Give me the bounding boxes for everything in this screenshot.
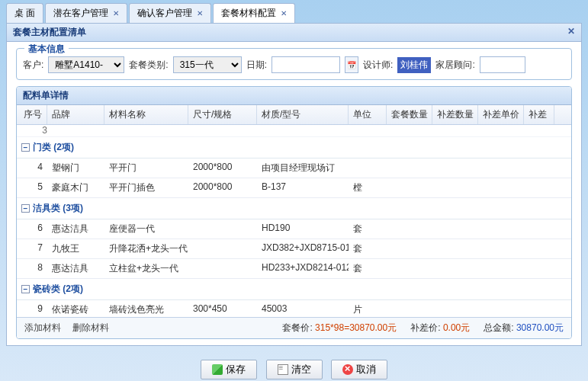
pkg-price: 套餐价: 315*98=30870.00元 <box>282 322 397 335</box>
col-pkg-qty: 套餐数量 <box>387 105 432 124</box>
diff-price: 补差价: 0.00元 <box>410 322 470 335</box>
designer-value: 刘桂伟 <box>397 57 431 73</box>
date-label: 日期: <box>246 59 267 72</box>
panel-title: 套餐主材配置清单 <box>13 26 86 39</box>
table-row[interactable]: 7九牧王升降花洒+龙头一代JXD382+JXD8715-011套 <box>17 239 571 259</box>
add-material-link[interactable]: 添加材料 <box>24 322 61 333</box>
col-name: 材料名称 <box>104 105 188 124</box>
table-row[interactable]: 9依诺瓷砖墙砖浅色亮光300*45045003片 <box>17 300 571 317</box>
date-picker-icon[interactable]: 📅 <box>345 56 358 73</box>
customer-label: 客户: <box>23 59 43 72</box>
group-header[interactable]: −洁具类 (3项) <box>17 198 571 219</box>
clear-button[interactable]: 清空 <box>266 360 323 379</box>
table-row[interactable]: 3 <box>17 125 571 137</box>
category-select[interactable]: 315一代 <box>173 56 242 73</box>
designer-label: 设计师: <box>363 59 393 72</box>
category-label: 套餐类别: <box>129 59 168 72</box>
advisor-label: 家居顾问: <box>435 59 474 72</box>
grid-header-row: 序号 品牌 材料名称 尺寸/规格 材质/型号 单位 套餐数量 补差数量 补差单价… <box>17 105 571 125</box>
group-header[interactable]: −门类 (2项) <box>17 137 571 158</box>
col-brand: 品牌 <box>47 105 104 124</box>
basic-info-fieldset: 基本信息 客户: 雕墅A1410- 套餐类别: 315一代 日期: 📅 设计师:… <box>16 48 572 80</box>
collapse-icon[interactable]: − <box>21 285 30 293</box>
close-icon[interactable]: ✕ <box>567 26 575 39</box>
tab-bar: 桌 面 潜在客户管理✕ 确认客户管理✕ 套餐材料配置✕ <box>0 0 588 23</box>
clear-icon <box>278 364 288 375</box>
close-icon[interactable]: ✕ <box>113 9 119 18</box>
tab-confirm-customer[interactable]: 确认客户管理✕ <box>129 3 211 23</box>
col-seq: 序号 <box>17 105 47 124</box>
table-row[interactable]: 4塑钢门平开门2000*800由项目经理现场订 <box>17 158 571 178</box>
col-model: 材质/型号 <box>257 105 349 124</box>
material-grid: 配料单详情 序号 品牌 材料名称 尺寸/规格 材质/型号 单位 套餐数量 补差数… <box>16 86 572 339</box>
action-bar: 保存 清空 取消 <box>0 352 588 381</box>
table-row[interactable]: 5豪庭木门平开门插色2000*800B-137樘 <box>17 178 571 198</box>
col-unit: 单位 <box>349 105 387 124</box>
cancel-button[interactable]: 取消 <box>331 360 387 379</box>
grid-footer: 添加材料 删除材料 套餐价: 315*98=30870.00元 补差价: 0.0… <box>17 317 571 338</box>
table-row[interactable]: 6惠达洁具座便器一代HD190套 <box>17 219 571 239</box>
advisor-input[interactable] <box>480 56 525 73</box>
cancel-icon <box>342 364 353 375</box>
total-price: 总金额: 30870.00元 <box>484 322 564 335</box>
grid-body[interactable]: 3 −门类 (2项)4塑钢门平开门2000*800由项目经理现场订5豪庭木门平开… <box>17 125 571 317</box>
collapse-icon[interactable]: − <box>21 143 30 152</box>
delete-material-link[interactable]: 删除材料 <box>72 322 109 333</box>
panel-header: 套餐主材配置清单 ✕ <box>7 24 581 42</box>
collapse-icon[interactable]: − <box>21 204 30 213</box>
main-panel: 套餐主材配置清单 ✕ 基本信息 客户: 雕墅A1410- 套餐类别: 315一代… <box>6 23 582 346</box>
col-diff-qty: 补差数量 <box>432 105 478 124</box>
grid-title: 配料单详情 <box>17 87 571 105</box>
date-input[interactable] <box>272 56 340 73</box>
tab-package-material[interactable]: 套餐材料配置✕ <box>213 3 295 23</box>
col-diff-price: 补差单价 <box>478 105 524 124</box>
close-icon[interactable]: ✕ <box>281 9 287 18</box>
save-icon <box>212 364 223 375</box>
fieldset-legend: 基本信息 <box>24 43 69 56</box>
close-icon[interactable]: ✕ <box>197 9 203 18</box>
col-spec: 尺寸/规格 <box>188 105 257 124</box>
tab-potential-customer[interactable]: 潜在客户管理✕ <box>45 3 127 23</box>
col-diff: 补差 <box>524 105 554 124</box>
table-row[interactable]: 8惠达洁具立柱盆+龙头一代HD233+JXD8214-012套 <box>17 259 571 279</box>
tab-desktop[interactable]: 桌 面 <box>6 3 43 23</box>
group-header[interactable]: −瓷砖类 (2项) <box>17 279 571 300</box>
save-button[interactable]: 保存 <box>201 360 257 379</box>
customer-select[interactable]: 雕墅A1410- <box>48 56 124 73</box>
